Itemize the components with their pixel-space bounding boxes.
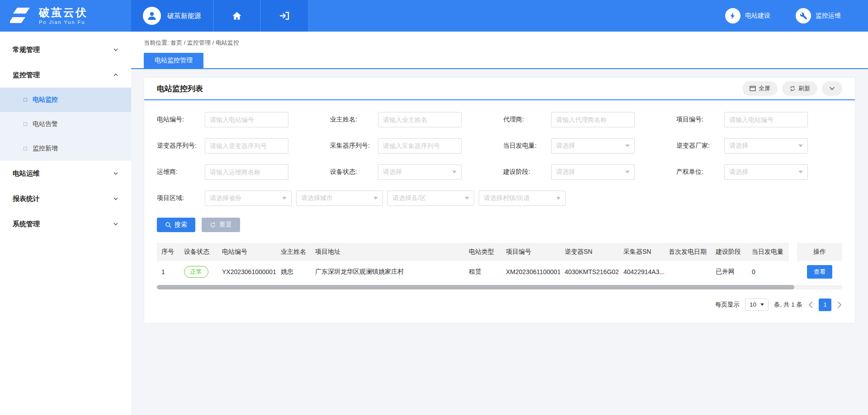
total-count-label: 条, 共 1 条 (774, 301, 802, 309)
filter-form: 电站编号: 业主姓名: 代理商: 项目编号: 逆变器序列号: 采集器序列号: (144, 100, 855, 206)
property-unit-select[interactable]: 请选择 (724, 164, 808, 180)
field-label: 逆变器序列号: (157, 142, 205, 150)
view-button[interactable]: 查看 (807, 265, 832, 279)
caret-down-icon (465, 197, 469, 200)
col-actions: 操作 (797, 243, 842, 261)
project-code-input[interactable] (724, 112, 808, 127)
cell-first-power-date (664, 261, 711, 283)
panel-toolbar: 全屏 刷新 (742, 81, 842, 96)
caret-down-icon (625, 171, 630, 173)
build-stage-select[interactable]: 请选择 (551, 164, 635, 180)
caret-down-icon (625, 145, 630, 147)
table-row: 1 正常 YX2023061000001 姚忠 广东深圳龙华区观澜镇姚家庄村 租… (157, 261, 842, 283)
cell-project-code: XM2023061100001 (501, 261, 560, 283)
fullscreen-icon (750, 86, 756, 91)
refresh-button[interactable]: 刷新 (782, 81, 817, 96)
field-label: 电站编号: (157, 116, 205, 124)
field-label: 项目编号: (676, 116, 724, 124)
station-code-input[interactable] (205, 112, 288, 127)
panel-title: 电站监控列表 (157, 84, 203, 94)
field-label: 业主姓名: (330, 116, 378, 124)
field-label: 运维商: (157, 168, 205, 176)
district-select[interactable]: 请选择县/区 (387, 191, 474, 206)
cell-station-code: YX2023061000001 (217, 261, 276, 283)
nav-monitor-ops[interactable]: 监控运维 (796, 8, 841, 23)
chevron-down-icon (113, 221, 118, 227)
logout-arrow-icon (279, 10, 290, 21)
home-button[interactable] (214, 0, 261, 32)
device-status-select[interactable]: 请选择 (378, 164, 462, 180)
chevron-down-icon (113, 196, 118, 201)
col-collector-sn: 采集器SN (619, 243, 664, 261)
content-area: 电站监控列表 全屏 刷新 (131, 69, 868, 415)
prev-page-button[interactable] (808, 301, 813, 308)
inverter-sn-input[interactable] (205, 138, 288, 154)
sidebar-item-station-monitor[interactable]: 电站监控 (0, 88, 131, 112)
breadcrumb-bar: 当前位置: 首页 / 监控管理 / 电站监控 电站监控管理 (131, 32, 868, 69)
city-select[interactable]: 请选择城市 (296, 191, 383, 206)
col-daily-power: 当日发电量 (747, 243, 789, 261)
daily-power-select[interactable]: 请选择 (551, 138, 635, 154)
search-button[interactable]: 搜索 (157, 218, 195, 232)
next-page-button[interactable] (837, 301, 842, 308)
cell-inverter-sn: 4030KMTS216G0213... (560, 261, 619, 283)
street-select[interactable]: 请选择村镇/街道 (479, 191, 566, 206)
panel-header: 电站监控列表 全屏 刷新 (144, 78, 855, 100)
field-label: 代理商: (503, 116, 551, 124)
sidebar-item-station-ops[interactable]: 电站运维 (0, 161, 131, 186)
agent-input[interactable] (551, 112, 635, 127)
bullet-square-icon (24, 98, 27, 102)
wrench-icon (796, 8, 811, 23)
app-logo: 破茧云伏 Po Jian Yun Fu (0, 0, 131, 32)
cell-daily-power: 0 (747, 261, 789, 283)
field-label: 建设阶段: (503, 168, 551, 176)
owner-name-input[interactable] (378, 112, 462, 127)
company-name: 破茧新能源 (167, 12, 201, 20)
sidebar-item-system[interactable]: 系统管理 (0, 211, 131, 237)
chevron-down-icon (113, 47, 118, 52)
caret-down-icon (798, 171, 803, 173)
chevron-down-icon (113, 171, 118, 176)
collapse-panel-button[interactable] (822, 81, 842, 96)
caret-down-icon (373, 197, 378, 200)
sidebar-item-monitor[interactable]: 监控管理 (0, 62, 131, 88)
reset-button[interactable]: 重置 (202, 218, 240, 232)
logo-title: 破茧云伏 (39, 7, 88, 19)
caret-down-icon (452, 171, 457, 173)
cell-address: 广东深圳龙华区观澜镇姚家庄村 (311, 261, 464, 283)
col-stage: 建设阶段 (711, 243, 747, 261)
topbar-user-section: 破茧新能源 (131, 0, 308, 32)
inverter-vendor-select[interactable]: 请选择 (724, 138, 808, 154)
nav-station-build[interactable]: 电站建设 (725, 8, 770, 23)
topbar-nav: 电站建设 监控运维 (725, 0, 868, 32)
user-menu[interactable]: 破茧新能源 (131, 0, 214, 32)
tab-station-monitor-management[interactable]: 电站监控管理 (144, 53, 203, 68)
logout-button[interactable] (261, 0, 308, 32)
station-monitor-panel: 电站监控列表 全屏 刷新 (144, 77, 855, 323)
caret-down-icon (760, 303, 764, 306)
cell-index: 1 (157, 261, 179, 283)
filter-actions: 搜索 重置 (144, 206, 855, 232)
page-number-button[interactable]: 1 (819, 298, 831, 311)
region-filter: 项目区域: 请选择省份 请选择城市 请选择县/区 请选择村镇/街道 (157, 191, 842, 206)
scrollbar-thumb[interactable] (157, 285, 794, 289)
nav-monitor-ops-label: 监控运维 (816, 12, 841, 20)
per-page-select[interactable]: 10 (745, 298, 769, 311)
sidebar-item-general[interactable]: 常规管理 (0, 37, 131, 62)
col-address: 项目地址 (311, 243, 464, 261)
sidebar-item-report-stats[interactable]: 报表统计 (0, 186, 131, 211)
main-area: 当前位置: 首页 / 监控管理 / 电站监控 电站监控管理 电站监控列表 全屏 (131, 32, 868, 415)
cell-collector-sn: 40422914A3... (619, 261, 664, 283)
fullscreen-button[interactable]: 全屏 (742, 81, 778, 96)
collector-sn-input[interactable] (378, 138, 462, 154)
sidebar-item-station-alarm[interactable]: 电站告警 (0, 112, 131, 136)
horizontal-scrollbar (157, 285, 842, 289)
sidebar-item-monitor-add[interactable]: 监控新增 (0, 136, 131, 161)
station-table: 序号 设备状态 电站编号 业主姓名 项目地址 电站类型 项目编号 逆变器SN 采… (157, 243, 842, 289)
province-select[interactable]: 请选择省份 (205, 191, 292, 206)
caret-down-icon (282, 197, 287, 200)
field-label: 设备状态: (330, 168, 378, 176)
caret-down-icon (798, 145, 803, 147)
ops-vendor-input[interactable] (205, 164, 288, 180)
col-inverter-sn: 逆变器SN (560, 243, 619, 261)
